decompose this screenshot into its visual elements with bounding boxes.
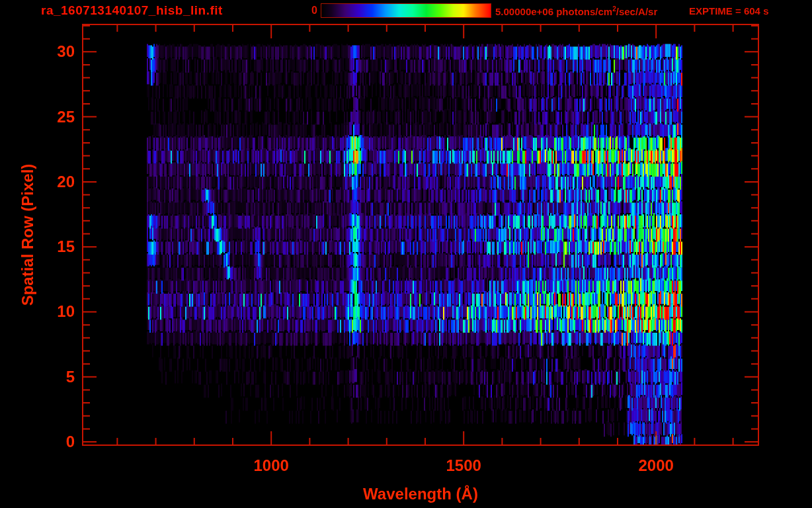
y-tick-label: 10 xyxy=(40,302,75,321)
y-tick-label: 15 xyxy=(40,237,75,256)
y-tick-label: 25 xyxy=(40,108,75,126)
y-tick-label: 5 xyxy=(40,368,75,386)
x-tick-label: 1500 xyxy=(446,456,481,475)
spectral-quicklook-window: ra_160713140107_hisb_lin.fit 0 5.00000e+… xyxy=(0,0,812,508)
y-tick-label: 20 xyxy=(40,173,75,191)
spectral-heatmap-canvas xyxy=(0,0,812,508)
x-tick-label: 2000 xyxy=(638,456,673,475)
fits-file-title: ra_160713140107_hisb_lin.fit xyxy=(41,3,223,18)
colorbar-min-label: 0 xyxy=(291,5,317,17)
y-tick-label: 30 xyxy=(40,42,75,61)
x-axis-title: Wavelength (Å) xyxy=(288,485,553,503)
colorbar-units-suffix: /sec/A/sr xyxy=(616,6,658,17)
colorbar-max-label: 5.00000e+06 photons/cm2/sec/A/sr xyxy=(495,5,657,17)
y-axis-title: Spatial Row (Pixel) xyxy=(19,103,38,367)
colorbar-gradient xyxy=(321,3,491,18)
exptime-annotation: EXPTIME = 604 s xyxy=(689,5,768,17)
x-tick-label: 1000 xyxy=(253,456,288,475)
y-tick-label: 0 xyxy=(40,433,75,451)
colorbar-max-value: 5.00000e+06 photons/cm xyxy=(495,6,612,17)
